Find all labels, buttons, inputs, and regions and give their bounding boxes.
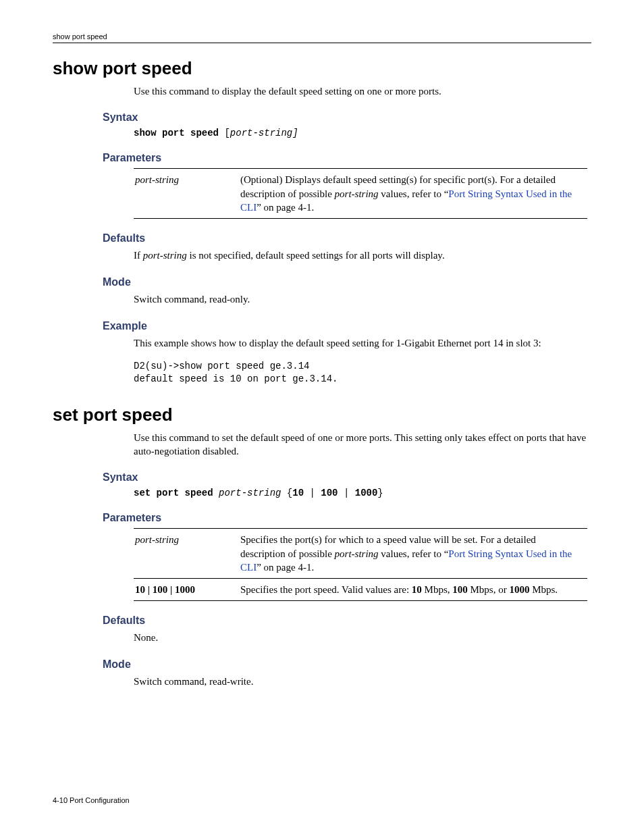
syntax-heading: Syntax	[103, 111, 591, 124]
parameters-heading: Parameters	[103, 152, 591, 164]
param-name: port-string	[134, 169, 239, 219]
syntax-bracket: [	[224, 128, 230, 138]
param-name: 10 | 100 | 1000	[134, 579, 239, 601]
syntax-arg: port-string]	[230, 128, 298, 138]
example-text: This example shows how to display the de…	[134, 336, 591, 350]
table-row: port-string (Optional) Displays default …	[134, 169, 587, 219]
command-intro: Use this command to set the default spee…	[134, 431, 591, 459]
example-heading: Example	[103, 320, 591, 332]
param-desc: (Optional) Displays default speed settin…	[239, 169, 587, 219]
defaults-text: None.	[134, 631, 591, 645]
page-footer: 4-10 Port Configuration	[53, 796, 130, 804]
parameters-table: port-string Specifies the port(s) for wh…	[134, 528, 587, 601]
syntax-line: set port speed port-string {10 | 100 | 1…	[134, 488, 591, 498]
page: show port speed show port speed Use this…	[0, 0, 644, 834]
syntax-keyword: set port speed	[134, 488, 219, 498]
parameters-heading: Parameters	[103, 512, 591, 524]
param-desc: Specifies the port speed. Valid values a…	[239, 579, 587, 601]
table-row: port-string Specifies the port(s) for wh…	[134, 529, 587, 579]
command-title-set-port-speed: set port speed	[53, 405, 591, 425]
syntax-heading: Syntax	[103, 471, 591, 484]
command-intro: Use this command to display the default …	[134, 84, 591, 98]
parameters-table: port-string (Optional) Displays default …	[134, 168, 587, 219]
syntax-line: show port speed [port-string]	[134, 128, 591, 138]
defaults-text: If port-string is not specified, default…	[134, 249, 591, 263]
mode-text: Switch command, read-write.	[134, 675, 591, 689]
table-row: 10 | 100 | 1000 Specifies the port speed…	[134, 579, 587, 601]
param-desc: Specifies the port(s) for which to a spe…	[239, 529, 587, 579]
defaults-heading: Defaults	[103, 232, 591, 244]
defaults-heading: Defaults	[103, 615, 591, 627]
mode-heading: Mode	[103, 658, 591, 671]
running-header: show port speed	[53, 32, 591, 43]
syntax-keyword: show port speed	[134, 128, 224, 138]
syntax-arg: port-string	[219, 488, 281, 498]
param-name: port-string	[134, 529, 239, 579]
example-console: D2(su)->show port speed ge.3.14 default …	[134, 360, 591, 386]
mode-heading: Mode	[103, 276, 591, 288]
mode-text: Switch command, read-only.	[134, 292, 591, 307]
command-title-show-port-speed: show port speed	[53, 58, 591, 79]
